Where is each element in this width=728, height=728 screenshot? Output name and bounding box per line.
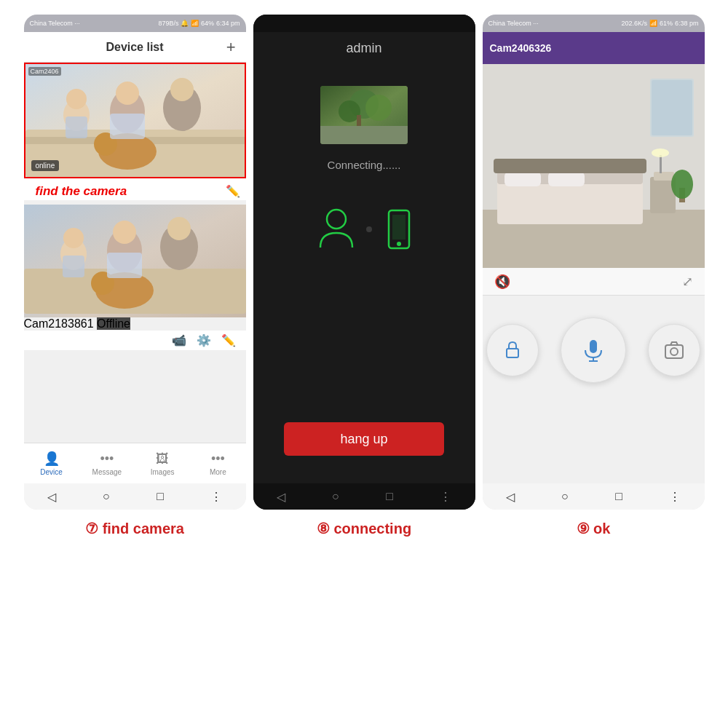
battery-1: 64% [201,20,214,27]
svg-point-56 [670,348,678,355]
nav-device-label: Device [40,468,63,476]
find-camera-text: find the camera [30,181,133,200]
mic-button[interactable] [561,317,626,383]
more-icon: ••• [211,451,225,467]
svg-point-31 [327,210,346,229]
recent-btn-3[interactable]: □ [615,490,622,503]
caption-1: ⑦ find camera [24,520,246,537]
nav-message[interactable]: ••• Message [79,443,135,483]
dot-connector [366,226,372,232]
add-device-button[interactable]: + [226,38,236,57]
icons-3: 📶 [649,20,657,27]
edit-icon-2[interactable]: ✏️ [221,333,236,347]
menu-btn-1[interactable]: ⋮ [210,490,222,504]
admin-header: admin [253,32,475,64]
time-3: 6:38 pm [675,20,699,27]
lock-button[interactable] [486,324,539,376]
mic-icon [580,337,606,363]
back-btn-3[interactable]: ◁ [506,490,515,504]
caption-3-number: ⑨ [577,521,590,537]
menu-btn-3[interactable]: ⋮ [669,490,681,504]
lock-icon [502,339,523,361]
device-list-header: Device list + [24,32,246,63]
nav-device[interactable]: 👤 Device [24,443,79,483]
device-card-cam2183861[interactable]: Cam2183861 Offline 📹 ⚙️ ✏️ [24,205,246,350]
camera-icon [663,339,685,361]
caption-3: ⑨ ok [483,520,705,537]
sys-bar-1: ◁ ○ □ ⋮ [24,483,246,510]
hang-up-area: hang up [253,422,475,483]
svg-point-48 [671,170,693,199]
find-camera-row: find the camera ✏️ [24,178,246,200]
phones-row: China Telecom ··· 879B/s 🔔 📶 64% 6:34 pm… [7,15,721,510]
bottom-nav-1: 👤 Device ••• Message 🖼 Images ••• More [24,443,246,483]
home-btn-1[interactable]: ○ [103,490,110,503]
time-battery-1: 879B/s 🔔 📶 64% 6:34 pm [158,20,240,27]
home-btn-2[interactable]: ○ [332,490,339,503]
svg-rect-52 [590,340,597,353]
preview-thumbnail [320,86,408,144]
settings-icon[interactable]: ⚙️ [197,333,211,347]
volume-icon[interactable]: 🔇 [494,274,510,290]
speed-1: 879B/s [158,20,178,27]
svg-rect-44 [654,172,674,181]
connect-icons [317,207,411,251]
svg-rect-24 [107,253,142,278]
back-btn-2[interactable]: ◁ [277,490,285,504]
controls-bar: 🔇 ⤢ [483,268,705,296]
spacer-3 [483,404,705,483]
menu-btn-2[interactable]: ⋮ [440,490,451,504]
svg-point-4 [66,89,87,109]
caption-2-text: connecting [333,521,411,537]
phone-green-icon [385,209,411,250]
home-btn-3[interactable]: ○ [561,490,569,503]
cam2183861-preview [24,205,246,317]
svg-rect-40 [505,172,541,186]
action-buttons [483,296,705,404]
svg-rect-42 [494,159,646,173]
nav-message-label: Message [92,468,122,476]
caption-3-text: ok [593,521,610,537]
nav-more-label: More [210,468,226,476]
device-card-cam2406[interactable]: Cam2406 online [24,63,246,178]
fullscreen-icon[interactable]: ⤢ [682,274,693,290]
status-bar-2 [253,15,475,32]
edit-icon-1[interactable]: ✏️ [226,184,240,198]
connecting-text: Connecting...... [328,159,401,171]
status-bar-3: China Telecom ··· 202.6K/s 📶 61% 6:38 pm [483,15,705,32]
video-icon[interactable]: 📹 [172,333,186,347]
sys-bar-3: ◁ ○ □ ⋮ [483,483,705,510]
captions-row: ⑦ find camera ⑧ connecting ⑨ ok [7,520,721,537]
svg-rect-33 [392,215,405,240]
back-btn-1[interactable]: ◁ [47,490,56,504]
nav-more[interactable]: ••• More [190,443,245,483]
svg-rect-41 [548,172,585,186]
caption-1-number: ⑦ [85,521,98,537]
bedroom-preview [483,64,705,268]
svg-rect-45 [660,155,662,173]
hang-up-button[interactable]: hang up [284,422,444,456]
admin-title: admin [346,41,381,56]
phone-connecting: admin [253,15,475,510]
svg-rect-11 [66,116,87,138]
battery-3: 61% [660,20,673,27]
nav-images[interactable]: 🖼 Images [135,443,190,483]
camera-header: Cam2406326 [483,32,705,64]
cam2183861-action-row: 📹 ⚙️ ✏️ [24,331,246,350]
camera-button[interactable] [648,324,700,376]
speed-3: 202.6K/s [621,20,647,27]
time-1: 6:34 pm [216,20,240,27]
svg-rect-55 [665,345,683,358]
svg-rect-51 [507,349,518,357]
caption-2: ⑧ connecting [253,520,475,537]
cam2406-label: Cam2406 [28,67,61,76]
svg-point-34 [397,242,401,246]
cam2183861-status: Offline [97,317,130,330]
svg-rect-30 [320,126,408,144]
recent-btn-1[interactable]: □ [157,490,164,503]
time-battery-3: 202.6K/s 📶 61% 6:38 pm [621,20,698,27]
recent-btn-2[interactable]: □ [386,490,393,503]
carrier-1: China Telecom ··· [30,20,80,27]
svg-point-20 [167,217,191,240]
camera-title: Cam2406326 [490,42,552,54]
